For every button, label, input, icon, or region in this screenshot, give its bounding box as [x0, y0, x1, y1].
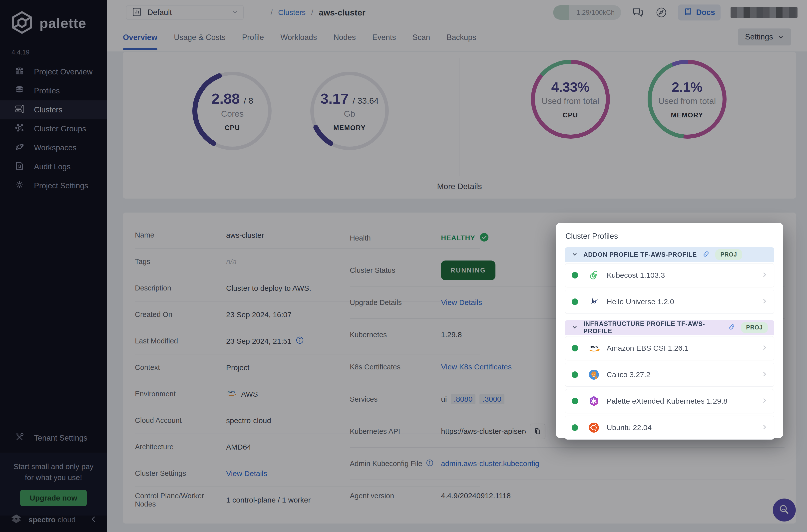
chevron-right-icon	[762, 298, 768, 306]
pack-row-kubecost[interactable]: Kubecost 1.103.3	[565, 263, 774, 287]
pack-row-amazon-ebs-csi[interactable]: aws Amazon EBS CSI 1.26.1	[565, 336, 774, 360]
pack-status-dot	[571, 272, 578, 279]
infrastructure-profile-section-header[interactable]: INFRASTRUCTURE PROFILE TF-AWS-PROFILE PR…	[565, 320, 774, 335]
chevron-right-icon	[762, 397, 768, 405]
aws-logo-icon: aws	[588, 342, 600, 355]
kubecost-logo-icon	[588, 269, 600, 282]
cluster-profiles-panel: Cluster Profiles ADDON PROFILE TF-AWS-PR…	[556, 223, 783, 438]
pack-row-palette-extended-kubernetes[interactable]: Palette eXtended Kubernetes 1.29.8	[565, 389, 774, 413]
svg-text:aws: aws	[589, 344, 598, 349]
pack-row-hello-universe[interactable]: Hello Universe 1.2.0	[565, 290, 774, 314]
link-icon[interactable]	[702, 250, 710, 259]
pack-status-dot	[571, 424, 578, 431]
chevron-right-icon	[762, 344, 768, 353]
pack-status-dot	[571, 372, 578, 378]
pack-status-dot	[571, 299, 578, 305]
chevron-down-icon	[571, 324, 578, 331]
calico-logo-icon	[588, 368, 600, 381]
chevron-down-icon	[571, 251, 578, 258]
chevron-right-icon	[762, 423, 768, 432]
pack-row-calico[interactable]: Calico 3.27.2	[565, 363, 774, 387]
pxk-logo-icon	[588, 395, 600, 407]
hello-universe-logo-icon	[588, 296, 600, 308]
pack-status-dot	[571, 398, 578, 404]
cluster-profiles-title: Cluster Profiles	[565, 232, 774, 241]
pack-row-ubuntu[interactable]: Ubuntu 22.04	[565, 416, 774, 440]
chevron-right-icon	[762, 370, 768, 379]
addon-profile-section-header[interactable]: ADDON PROFILE TF-AWS-PROFILE PROJ	[565, 247, 774, 262]
proj-badge: PROJ	[715, 249, 742, 260]
proj-badge: PROJ	[741, 322, 768, 333]
link-icon[interactable]	[728, 323, 735, 332]
pack-status-dot	[571, 345, 578, 352]
chevron-right-icon	[762, 271, 768, 280]
ubuntu-logo-icon	[588, 421, 600, 434]
